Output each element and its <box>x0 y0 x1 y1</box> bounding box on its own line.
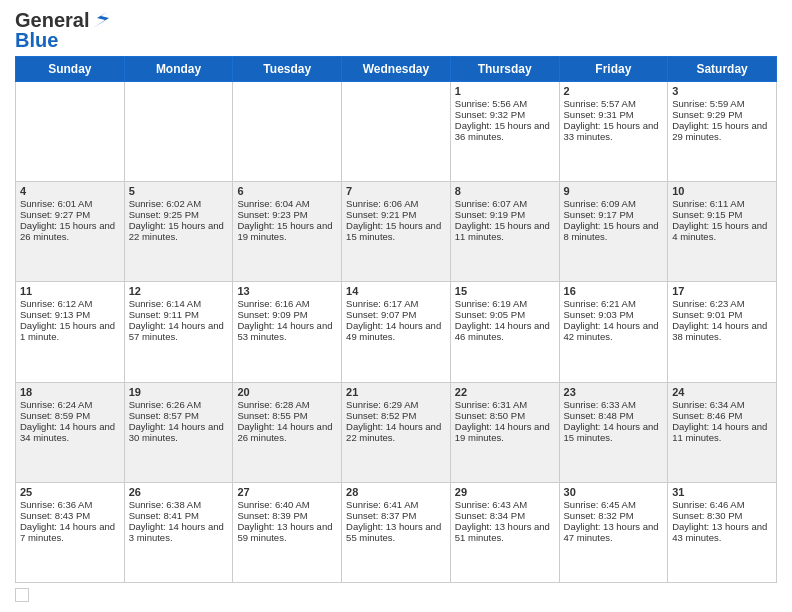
calendar-cell-18: 18Sunrise: 6:24 AMSunset: 8:59 PMDayligh… <box>16 382 125 482</box>
calendar-cell-19: 19Sunrise: 6:26 AMSunset: 8:57 PMDayligh… <box>124 382 233 482</box>
sunset-text: Sunset: 9:03 PM <box>564 309 664 320</box>
week-row-3: 18Sunrise: 6:24 AMSunset: 8:59 PMDayligh… <box>16 382 777 482</box>
daylight-text: Daylight: 14 hours and 38 minutes. <box>672 320 772 342</box>
sunset-text: Sunset: 8:34 PM <box>455 510 555 521</box>
day-number: 30 <box>564 486 664 498</box>
calendar-table: SundayMondayTuesdayWednesdayThursdayFrid… <box>15 56 777 583</box>
day-number: 15 <box>455 285 555 297</box>
sunset-text: Sunset: 8:37 PM <box>346 510 446 521</box>
daylight-text: Daylight: 13 hours and 47 minutes. <box>564 521 664 543</box>
sunset-text: Sunset: 8:50 PM <box>455 410 555 421</box>
sunset-text: Sunset: 8:41 PM <box>129 510 229 521</box>
sunrise-text: Sunrise: 6:45 AM <box>564 499 664 510</box>
daylight-text: Daylight: 14 hours and 3 minutes. <box>129 521 229 543</box>
day-number: 14 <box>346 285 446 297</box>
sunrise-text: Sunrise: 5:57 AM <box>564 98 664 109</box>
logo-general-text: General <box>15 10 89 30</box>
daylight-text: Daylight: 15 hours and 8 minutes. <box>564 220 664 242</box>
sunrise-text: Sunrise: 6:40 AM <box>237 499 337 510</box>
daylight-text: Daylight: 15 hours and 1 minute. <box>20 320 120 342</box>
sunset-text: Sunset: 9:23 PM <box>237 209 337 220</box>
calendar-cell-31: 31Sunrise: 6:46 AMSunset: 8:30 PMDayligh… <box>668 482 777 582</box>
sunrise-text: Sunrise: 6:11 AM <box>672 198 772 209</box>
daylight-text: Daylight: 14 hours and 22 minutes. <box>346 421 446 443</box>
header: General Blue <box>15 10 777 50</box>
day-number: 11 <box>20 285 120 297</box>
sunrise-text: Sunrise: 6:34 AM <box>672 399 772 410</box>
day-number: 1 <box>455 85 555 97</box>
day-number: 27 <box>237 486 337 498</box>
sunset-text: Sunset: 9:07 PM <box>346 309 446 320</box>
day-header-friday: Friday <box>559 57 668 82</box>
daylight-text: Daylight: 14 hours and 57 minutes. <box>129 320 229 342</box>
calendar-cell-11: 11Sunrise: 6:12 AMSunset: 9:13 PMDayligh… <box>16 282 125 382</box>
daylight-text: Daylight: 13 hours and 55 minutes. <box>346 521 446 543</box>
sunrise-text: Sunrise: 5:59 AM <box>672 98 772 109</box>
daylight-text: Daylight: 14 hours and 19 minutes. <box>455 421 555 443</box>
sunrise-text: Sunrise: 6:38 AM <box>129 499 229 510</box>
day-number: 3 <box>672 85 772 97</box>
footer <box>15 588 777 602</box>
sunrise-text: Sunrise: 6:16 AM <box>237 298 337 309</box>
daylight-text: Daylight: 14 hours and 34 minutes. <box>20 421 120 443</box>
day-number: 8 <box>455 185 555 197</box>
calendar-cell-13: 13Sunrise: 6:16 AMSunset: 9:09 PMDayligh… <box>233 282 342 382</box>
day-number: 6 <box>237 185 337 197</box>
day-number: 4 <box>20 185 120 197</box>
sunrise-text: Sunrise: 6:14 AM <box>129 298 229 309</box>
week-row-4: 25Sunrise: 6:36 AMSunset: 8:43 PMDayligh… <box>16 482 777 582</box>
daylight-text: Daylight: 14 hours and 26 minutes. <box>237 421 337 443</box>
sunset-text: Sunset: 8:59 PM <box>20 410 120 421</box>
calendar-cell-10: 10Sunrise: 6:11 AMSunset: 9:15 PMDayligh… <box>668 182 777 282</box>
daylight-text: Daylight: 15 hours and 19 minutes. <box>237 220 337 242</box>
day-number: 2 <box>564 85 664 97</box>
day-header-thursday: Thursday <box>450 57 559 82</box>
sunrise-text: Sunrise: 6:19 AM <box>455 298 555 309</box>
day-number: 16 <box>564 285 664 297</box>
calendar-cell-14: 14Sunrise: 6:17 AMSunset: 9:07 PMDayligh… <box>342 282 451 382</box>
svg-marker-0 <box>93 12 109 28</box>
sunrise-text: Sunrise: 6:02 AM <box>129 198 229 209</box>
day-number: 9 <box>564 185 664 197</box>
calendar-cell-30: 30Sunrise: 6:45 AMSunset: 8:32 PMDayligh… <box>559 482 668 582</box>
sunrise-text: Sunrise: 6:17 AM <box>346 298 446 309</box>
day-number: 22 <box>455 386 555 398</box>
daylight-text: Daylight: 15 hours and 11 minutes. <box>455 220 555 242</box>
day-header-monday: Monday <box>124 57 233 82</box>
calendar-cell-29: 29Sunrise: 6:43 AMSunset: 8:34 PMDayligh… <box>450 482 559 582</box>
day-number: 10 <box>672 185 772 197</box>
day-number: 19 <box>129 386 229 398</box>
calendar-cell-25: 25Sunrise: 6:36 AMSunset: 8:43 PMDayligh… <box>16 482 125 582</box>
sunset-text: Sunset: 9:17 PM <box>564 209 664 220</box>
calendar-cell-3: 3Sunrise: 5:59 AMSunset: 9:29 PMDaylight… <box>668 82 777 182</box>
daylight-text: Daylight: 14 hours and 15 minutes. <box>564 421 664 443</box>
sunset-text: Sunset: 9:01 PM <box>672 309 772 320</box>
calendar-cell-21: 21Sunrise: 6:29 AMSunset: 8:52 PMDayligh… <box>342 382 451 482</box>
daylight-text: Daylight: 14 hours and 7 minutes. <box>20 521 120 543</box>
calendar-cell-27: 27Sunrise: 6:40 AMSunset: 8:39 PMDayligh… <box>233 482 342 582</box>
daylight-text: Daylight: 13 hours and 59 minutes. <box>237 521 337 543</box>
sunrise-text: Sunrise: 6:07 AM <box>455 198 555 209</box>
calendar-cell-26: 26Sunrise: 6:38 AMSunset: 8:41 PMDayligh… <box>124 482 233 582</box>
day-headers-row: SundayMondayTuesdayWednesdayThursdayFrid… <box>16 57 777 82</box>
daylight-text: Daylight: 14 hours and 46 minutes. <box>455 320 555 342</box>
sunset-text: Sunset: 9:25 PM <box>129 209 229 220</box>
day-number: 20 <box>237 386 337 398</box>
sunset-text: Sunset: 8:43 PM <box>20 510 120 521</box>
day-number: 26 <box>129 486 229 498</box>
sunrise-text: Sunrise: 5:56 AM <box>455 98 555 109</box>
sunset-text: Sunset: 9:11 PM <box>129 309 229 320</box>
sunset-text: Sunset: 9:15 PM <box>672 209 772 220</box>
daylight-text: Daylight: 15 hours and 22 minutes. <box>129 220 229 242</box>
day-number: 7 <box>346 185 446 197</box>
sunset-text: Sunset: 9:13 PM <box>20 309 120 320</box>
day-header-saturday: Saturday <box>668 57 777 82</box>
day-header-sunday: Sunday <box>16 57 125 82</box>
week-row-0: 1Sunrise: 5:56 AMSunset: 9:32 PMDaylight… <box>16 82 777 182</box>
calendar-cell-16: 16Sunrise: 6:21 AMSunset: 9:03 PMDayligh… <box>559 282 668 382</box>
daylight-text: Daylight: 13 hours and 51 minutes. <box>455 521 555 543</box>
calendar-cell-empty-0-0 <box>16 82 125 182</box>
sunrise-text: Sunrise: 6:12 AM <box>20 298 120 309</box>
calendar-cell-6: 6Sunrise: 6:04 AMSunset: 9:23 PMDaylight… <box>233 182 342 282</box>
sunset-text: Sunset: 9:09 PM <box>237 309 337 320</box>
